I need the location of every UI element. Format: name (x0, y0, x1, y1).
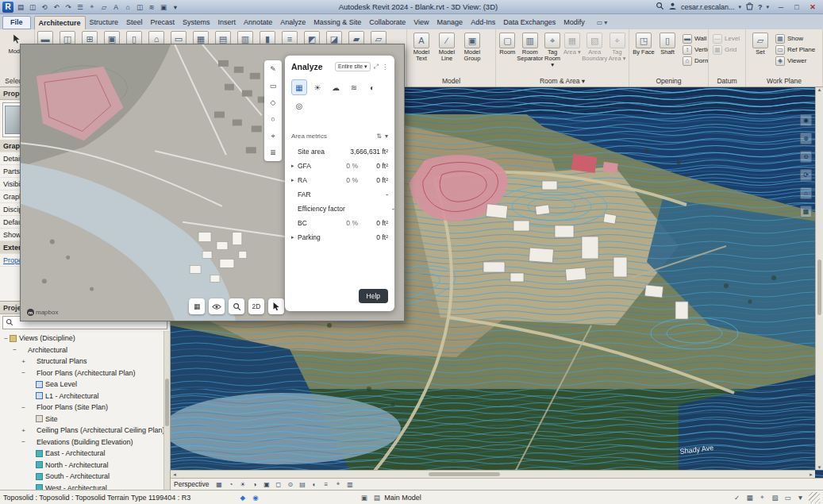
navigation-tool-icon[interactable]: ⌂ (800, 187, 812, 199)
view-control-icon[interactable]: ◑ (249, 479, 260, 490)
signed-in-user[interactable]: cesar.r.escalan... (681, 3, 735, 11)
ribbon-tab[interactable]: Massing & Site (310, 16, 365, 29)
tree-item-label[interactable]: Architectural (28, 346, 67, 354)
tree-item[interactable]: − Floor Plans (Site Plan) (0, 402, 170, 414)
qat-tool-icon[interactable]: ⟲ (39, 2, 50, 13)
metric-expander-icon[interactable]: ▸ (291, 163, 298, 169)
ribbon-button[interactable]: A Model Text (410, 31, 433, 75)
ribbon-small-button[interactable]: ▦ Grid (711, 44, 741, 55)
tree-expander-icon[interactable]: + (20, 427, 27, 434)
qat-tool-icon[interactable]: ▣ (158, 2, 169, 13)
zoom-button[interactable] (229, 298, 244, 314)
view-control-icon[interactable]: ▦ (213, 479, 224, 490)
view-control-icon[interactable]: ◐ (309, 479, 319, 490)
map-tool-icon[interactable]: ▭ (267, 80, 279, 91)
qat-tool-icon[interactable]: A (110, 2, 121, 13)
qat-tool-icon[interactable]: ▤ (15, 2, 26, 13)
qat-tool-icon[interactable]: ⌂ (122, 2, 133, 13)
tree-item[interactable]: − Architectural (0, 344, 170, 356)
tree-item-label[interactable]: South - Architectural (45, 472, 110, 480)
selection-option-icon[interactable]: ▼ (795, 492, 806, 502)
view-control-icon[interactable]: ≡ (321, 479, 331, 490)
view-control-icon[interactable]: ▤ (297, 479, 307, 490)
tree-item-label[interactable]: Floor Plans (Architectural Plan) (37, 369, 136, 377)
metric-expander-icon[interactable]: ▸ (291, 177, 298, 183)
user-menu-chevron-icon[interactable]: ▾ (738, 4, 741, 10)
tree-expander-icon[interactable]: − (20, 438, 27, 445)
search-icon[interactable] (656, 2, 664, 12)
tree-item-label[interactable]: L1 - Architectural (45, 392, 99, 400)
qat-tool-icon[interactable]: ☰ (75, 2, 86, 13)
ribbon-tab[interactable]: Systems (179, 16, 214, 29)
resize-grip[interactable] (809, 492, 820, 503)
ribbon-tab[interactable]: Insert (214, 16, 240, 29)
qat-tool-icon[interactable]: ↷ (63, 2, 74, 13)
tree-expander-icon[interactable]: − (2, 335, 10, 342)
scope-selector-button[interactable]: Entire site ▾ (335, 62, 371, 71)
file-tab[interactable]: File (2, 16, 31, 29)
scroll-down-icon[interactable]: ▼ (817, 465, 822, 470)
status-icon[interactable]: ▤ (371, 492, 382, 502)
expand-panel-icon[interactable]: ⤢ (374, 63, 379, 71)
tree-expander-icon[interactable]: + (20, 358, 27, 365)
analysis-type-icon[interactable]: ≋ (346, 79, 362, 95)
tree-expander-icon[interactable]: − (11, 346, 18, 353)
collapse-metrics-icon[interactable]: ▾ (385, 133, 388, 140)
qat-tool-icon[interactable]: ⌖ (87, 2, 98, 13)
navigation-tool-icon[interactable]: ⟳ (800, 169, 812, 181)
qat-tool-icon[interactable]: ◫ (27, 2, 38, 13)
view-control-icon[interactable]: ▣ (261, 479, 271, 490)
navigation-tool-icon[interactable]: ⊖ (800, 151, 812, 163)
tree-item-label[interactable]: Floor Plans (Site Plan) (37, 403, 108, 411)
browser-scrollbar[interactable] (163, 331, 170, 490)
tree-item-label[interactable]: West - Architectural (45, 484, 107, 490)
ribbon-options-chevron-icon[interactable]: ▾ (604, 19, 607, 26)
horizontal-scrollbar[interactable]: ◄ ► (171, 470, 815, 478)
tree-item[interactable]: + Structural Plans (0, 356, 170, 367)
ribbon-tab[interactable]: Data Exchanges (499, 16, 560, 29)
revit-logo-icon[interactable]: R (2, 2, 13, 13)
view-control-icon[interactable]: ◔ (225, 479, 236, 490)
metric-row[interactable]: ▸ RA 0 % 0 ft² (291, 173, 388, 187)
ribbon-button[interactable]: ▣ Model Group (460, 31, 484, 75)
minimize-button[interactable]: ─ (773, 1, 789, 13)
tree-item[interactable]: Site (0, 414, 170, 425)
scrollbar-thumb[interactable] (429, 472, 500, 476)
ribbon-small-button[interactable]: ◈ Viewer (774, 56, 817, 66)
select-cursor-button[interactable] (268, 298, 284, 314)
tree-item-label[interactable]: East - Architectural (45, 449, 106, 457)
app-store-icon[interactable] (745, 2, 754, 12)
ribbon-button[interactable]: ▦ Area ▾ (563, 31, 582, 75)
ribbon-button[interactable]: ⌖ Tag Room ▾ (544, 31, 562, 75)
mapbox-attribution[interactable]: m mapbox (27, 309, 58, 316)
qat-tool-icon[interactable]: ▱ (98, 2, 110, 13)
ribbon-tab[interactable]: Precast (147, 16, 179, 29)
tree-item[interactable]: L1 - Architectural (0, 391, 170, 402)
help-menu-chevron-icon[interactable]: ▾ (766, 4, 769, 10)
selection-option-icon[interactable]: ▧ (770, 492, 780, 502)
view-control-icon[interactable]: ☀ (237, 479, 248, 490)
ribbon-button[interactable]: ◳ By Face (632, 31, 656, 75)
tree-item-label[interactable]: Sea Level (45, 380, 77, 388)
help-icon[interactable]: ? (758, 3, 763, 11)
tree-expander-icon[interactable]: − (20, 404, 27, 411)
tree-item-label[interactable]: Ceiling Plans (Architectural Ceiling Pla… (37, 426, 165, 434)
analysis-type-icon[interactable]: ☀ (310, 79, 325, 95)
map-tool-icon[interactable]: ≣ (267, 147, 279, 158)
ribbon-tab[interactable]: Architecture (34, 16, 86, 29)
metric-row[interactable]: FAR - (291, 187, 388, 202)
metric-expander-icon[interactable]: ▸ (291, 234, 298, 240)
ribbon-button[interactable]: ▥ Room Separator (518, 31, 542, 75)
status-icon[interactable]: ▣ (359, 492, 369, 502)
view-control-icon[interactable]: ⊙ (285, 479, 295, 490)
analysis-type-icon[interactable]: ◎ (291, 98, 307, 113)
analysis-type-icon[interactable]: ☁ (328, 79, 344, 95)
layers-button[interactable]: ▦ (189, 298, 205, 314)
selection-option-icon[interactable]: ▭ (783, 492, 793, 502)
analysis-type-icon[interactable]: ▦ (291, 79, 307, 95)
view-control-icon[interactable]: ▥ (344, 479, 355, 490)
tree-item[interactable]: − Floor Plans (Architectural Plan) (0, 367, 170, 379)
tree-item[interactable]: East - Architectural (0, 448, 170, 460)
ribbon-small-button[interactable]: ↕ Vertical (681, 44, 708, 55)
ribbon-tab[interactable]: Add-Ins (467, 16, 499, 29)
